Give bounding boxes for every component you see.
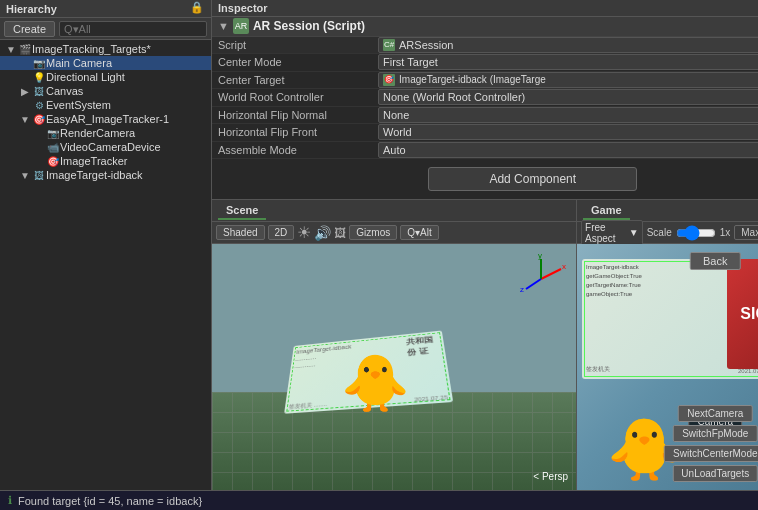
svg-line-0 <box>541 269 561 279</box>
tree-item-easyar[interactable]: ▼ 🎯 EasyAR_ImageTracker-1 <box>0 112 211 126</box>
shaded-btn[interactable]: Shaded <box>216 225 264 240</box>
scene-icon: 🎬 <box>18 44 32 55</box>
expand-arrow: ▼ <box>18 170 32 181</box>
unload-btn[interactable]: UnLoadTargets <box>672 465 758 482</box>
component-name: AR Session (Script) <box>253 19 758 33</box>
easyar-icon: 🎯 <box>32 114 46 125</box>
tree-item-dir-light[interactable]: 💡 Directional Light <box>0 70 211 84</box>
scale-slider[interactable] <box>676 225 716 241</box>
audio-btn[interactable]: 🔊 <box>314 225 331 241</box>
center-mode-dropdown[interactable]: First Target ▼ <box>378 54 758 70</box>
add-component-button[interactable]: Add Component <box>428 167 637 191</box>
tree-item-videocamera[interactable]: 📹 VideoCameraDevice <box>0 140 211 154</box>
tree-item-imagetarget[interactable]: ▼ 🖼 ImageTarget-idback <box>0 168 211 182</box>
video-icon: 📹 <box>46 142 60 153</box>
main-layout: Hierarchy 🔒 Create ▼ 🎬 ImageTracking_Tar… <box>0 0 758 510</box>
tree-label: VideoCameraDevice <box>60 141 161 153</box>
prop-value: World ▼ 🔒 <box>378 124 758 140</box>
dropdown-arrow: ▼ <box>629 227 639 238</box>
prop-center-target: Center Target 🎯 ImageTarget-idback (Imag… <box>212 72 758 89</box>
persp-label: < Persp <box>533 471 568 482</box>
dropdown-text: First Target <box>383 56 758 68</box>
tree-label: ImageTarget-idback <box>46 169 143 181</box>
gizmos-btn[interactable]: Gizmos <box>349 225 397 240</box>
hierarchy-panel: Hierarchy 🔒 Create ▼ 🎬 ImageTracking_Tar… <box>0 0 212 490</box>
game-tab[interactable]: Game <box>583 202 630 220</box>
prop-flip-normal: Horizontal Flip Normal None ▼ 🔒 <box>212 107 758 124</box>
scene-viewport: 共和国份 证 ImageTarget-idback ............ .… <box>212 244 576 490</box>
game-bg: 共和国份 证 ImageTarget-idback getGameObject:… <box>577 244 758 490</box>
qalt-btn[interactable]: Q▾Alt <box>400 225 438 240</box>
tree-item-imagetracker[interactable]: 🎯 ImageTracker <box>0 154 211 168</box>
svg-text:x: x <box>562 262 566 271</box>
tree-item-root[interactable]: ▼ 🎬 ImageTracking_Targets* <box>0 42 211 56</box>
tree-item-main-camera[interactable]: 📷 Main Camera <box>0 56 211 70</box>
hierarchy-header: Hierarchy 🔒 <box>0 0 211 18</box>
prop-flip-front: Horizontal Flip Front World ▼ 🔒 <box>212 124 758 141</box>
target-icon: 🖼 <box>32 170 46 181</box>
hierarchy-search[interactable] <box>59 21 207 37</box>
free-aspect-dropdown[interactable]: Free Aspect ▼ <box>581 220 643 246</box>
scene-game-row: Scene Shaded 2D ☀ 🔊 🖼 Gizmos Q▾Alt <box>212 200 758 490</box>
world-root-dropdown[interactable]: None (World Root Controller) ▼ <box>378 89 758 105</box>
maximize-btn[interactable]: Maximize On Play <box>734 225 758 240</box>
2d-btn[interactable]: 2D <box>268 225 295 240</box>
create-button[interactable]: Create <box>4 21 55 37</box>
game-panel: Game Free Aspect ▼ Scale 1x Maximize On … <box>577 200 758 490</box>
scene-tab[interactable]: Scene <box>218 202 266 220</box>
field-text: ImageTarget-idback (ImageTarge <box>399 74 546 85</box>
tree-item-rendercamera[interactable]: 📷 RenderCamera <box>0 126 211 140</box>
dropdown-text: None (World Root Controller) <box>383 91 758 103</box>
scene-panel: Scene Shaded 2D ☀ 🔊 🖼 Gizmos Q▾Alt <box>212 200 577 490</box>
top-row: Hierarchy 🔒 Create ▼ 🎬 ImageTracking_Tar… <box>0 0 758 490</box>
prop-value: Auto ▼ 🔒 <box>378 142 758 158</box>
component-arrow: ▼ <box>218 20 229 32</box>
axis-arrows: x y z <box>516 254 566 304</box>
red-book: SIG <box>727 259 758 369</box>
right-panel: Inspector ☰ 🔒 ▼ AR AR Session (Script) ⋮… <box>212 0 758 490</box>
flip-front-dropdown[interactable]: World ▼ <box>378 124 758 140</box>
inspector-header: Inspector ☰ 🔒 <box>212 0 758 17</box>
tree-item-canvas[interactable]: ▶ 🖼 Canvas <box>0 84 211 98</box>
expand-arrow: ▼ <box>18 114 32 125</box>
light-btn[interactable]: ☀ <box>297 223 311 242</box>
expand-arrow: ▼ <box>4 44 18 55</box>
next-camera-btn[interactable]: NextCamera <box>678 405 752 422</box>
tracker-icon: 🎯 <box>46 156 60 167</box>
free-aspect-text: Free Aspect <box>585 222 629 244</box>
hierarchy-title: Hierarchy <box>6 3 189 15</box>
lock-icon[interactable]: 🔒 <box>189 1 205 17</box>
assemble-mode-dropdown[interactable]: Auto ▼ <box>378 142 758 158</box>
back-button[interactable]: Back <box>690 252 740 270</box>
dropdown-text: None <box>383 109 758 121</box>
dropdown-text: World <box>383 126 758 138</box>
prop-label: Horizontal Flip Front <box>218 126 378 138</box>
tree-label: Canvas <box>46 85 83 97</box>
hierarchy-toolbar: Create <box>0 18 211 40</box>
switch-center-btn[interactable]: SwitchCenterMode <box>664 445 758 462</box>
prop-center-mode: Center Mode First Target ▼ 🔒 <box>212 54 758 71</box>
center-target-field[interactable]: 🎯 ImageTarget-idback (ImageTarge <box>378 72 758 88</box>
component-header: ▼ AR AR Session (Script) ⋮ <box>212 17 758 37</box>
script-field[interactable]: C# ARSession <box>378 37 758 53</box>
script-value: ARSession <box>399 39 453 51</box>
tree-label: Directional Light <box>46 71 125 83</box>
game-buttons: NextCamera SwitchFpMode SwitchCenterMode… <box>664 405 758 482</box>
effects-btn[interactable]: 🖼 <box>334 226 346 240</box>
flip-normal-dropdown[interactable]: None ▼ <box>378 107 758 123</box>
prop-value: First Target ▼ 🔒 <box>378 54 758 70</box>
switch-fp-btn[interactable]: SwitchFpMode <box>673 425 757 442</box>
prop-assemble-mode: Assemble Mode Auto ▼ 🔒 <box>212 142 758 159</box>
event-icon: ⚙ <box>32 100 46 111</box>
dropdown-text: Auto <box>383 144 758 156</box>
svg-line-4 <box>526 279 541 289</box>
prop-label: World Root Controller <box>218 91 378 103</box>
game-viewport: 共和国份 证 ImageTarget-idback getGameObject:… <box>577 244 758 490</box>
script-row: Script C# ARSession <box>212 37 758 54</box>
prop-world-root: World Root Controller None (World Root C… <box>212 89 758 106</box>
tree-item-eventsystem[interactable]: ⚙ EventSystem <box>0 98 211 112</box>
prop-value: None ▼ 🔒 <box>378 107 758 123</box>
red-book-text: SIG <box>740 305 758 323</box>
script-value-container: C# ARSession <box>378 37 758 53</box>
script-icon: C# <box>383 39 395 51</box>
